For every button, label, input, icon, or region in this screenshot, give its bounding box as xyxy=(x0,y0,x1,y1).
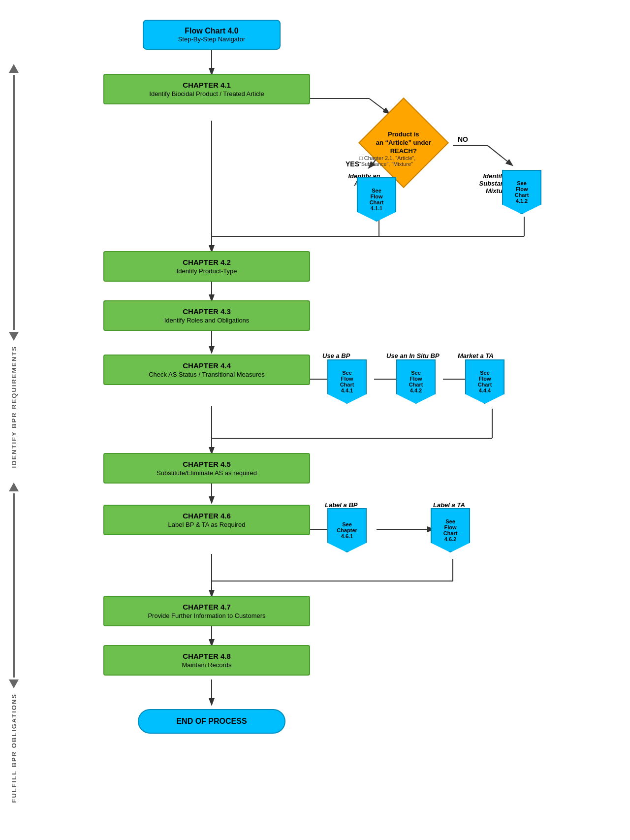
svg-line-5 xyxy=(487,145,512,165)
chapter-45-box: CHAPTER 4.5 Substitute/Eliminate AS as r… xyxy=(103,453,310,484)
flowchart-40-title: Flow Chart 4.0 xyxy=(154,27,270,35)
chapter-44-box: CHAPTER 4.4 Check AS Status / Transition… xyxy=(103,355,310,385)
ch43-title: CHAPTER 4.3 xyxy=(114,307,299,316)
identify-arrow-down xyxy=(9,332,19,341)
fulfill-label: FULFILL BPR OBLIGATIONS xyxy=(10,693,18,803)
shield-444: See Flow Chart 4.4.4 xyxy=(465,359,504,404)
ch41-title: CHAPTER 4.1 xyxy=(114,81,299,89)
identify-arrow-up xyxy=(9,64,19,73)
shield-462-container[interactable]: See Flow Chart 4.6.2 xyxy=(431,508,470,552)
shield-411-container[interactable]: See Flow Chart 4.1.1 xyxy=(357,177,396,222)
ch46-sub: Label BP & TA as Required xyxy=(114,521,299,528)
flowchart-40-sub: Step-By-Step Navigator xyxy=(154,35,270,43)
shield-461-container[interactable]: See Chapter 4.6.1 xyxy=(327,508,367,552)
ch43-sub: Identify Roles and Obligations xyxy=(114,317,299,324)
chapter-43-box: CHAPTER 4.3 Identify Roles and Obligatio… xyxy=(103,300,310,331)
fulfill-arrow-down xyxy=(9,679,19,688)
chapter-42-box: CHAPTER 4.2 Identify Product-Type xyxy=(103,251,310,282)
identify-arrow-line xyxy=(13,75,15,330)
shield-411: See Flow Chart 4.1.1 xyxy=(357,177,396,222)
shield-441: See Flow Chart 4.4.1 xyxy=(327,359,367,404)
flowchart-40-box: Flow Chart 4.0 Step-By-Step Navigator xyxy=(143,20,281,50)
fulfill-arrow-up xyxy=(9,483,19,491)
ch42-title: CHAPTER 4.2 xyxy=(114,258,299,266)
use-bp-label: Use a BP xyxy=(322,352,350,359)
ch44-title: CHAPTER 4.4 xyxy=(114,361,299,370)
end-of-process-box: END OF PROCESS xyxy=(138,709,285,734)
shield-462: See Flow Chart 4.6.2 xyxy=(431,508,470,552)
shield-444-container[interactable]: See Flow Chart 4.4.4 xyxy=(465,359,504,404)
chapter-47-box: CHAPTER 4.7 Provide Further Information … xyxy=(103,596,310,626)
ch46-title: CHAPTER 4.6 xyxy=(114,512,299,520)
main-container: IDENTIFY BPR REQUIREMENTS FULFILL BPR OB… xyxy=(0,0,630,840)
connectors-svg xyxy=(44,10,620,837)
reach-diamond-text: Product is an “Article” under REACH? xyxy=(376,130,431,156)
fulfill-arrow-line xyxy=(13,493,15,678)
ch42-sub: Identify Product-Type xyxy=(114,267,299,275)
shield-412: See Flow Chart 4.1.2 xyxy=(502,170,541,214)
identify-label: IDENTIFY BPR REQUIREMENTS xyxy=(10,346,18,468)
chapter-note: □ Chapter 2.1, “Article”, “Substance”, “… xyxy=(359,155,458,167)
ch44-sub: Check AS Status / Transitional Measures xyxy=(114,371,299,378)
market-ta-label: Market a TA xyxy=(458,352,494,359)
shield-442-container[interactable]: See Flow Chart 4.4.2 xyxy=(396,359,436,404)
ch47-sub: Provide Further Information to Customers xyxy=(114,612,299,619)
label-bp-label: Label a BP xyxy=(325,501,357,509)
chapter-46-box: CHAPTER 4.6 Label BP & TA as Required xyxy=(103,505,310,535)
shield-461: See Chapter 4.6.1 xyxy=(327,508,367,552)
ch47-title: CHAPTER 4.7 xyxy=(114,603,299,611)
end-label: END OF PROCESS xyxy=(176,717,247,725)
use-insitu-label: Use an In Situ BP xyxy=(386,352,440,359)
chapter-48-box: CHAPTER 4.8 Maintain Records xyxy=(103,645,310,676)
ch48-sub: Maintain Records xyxy=(114,661,299,669)
shield-412-container[interactable]: See Flow Chart 4.1.2 xyxy=(502,170,541,214)
reach-diamond-container: Product is an “Article” under REACH? xyxy=(364,103,443,182)
shield-442: See Flow Chart 4.4.2 xyxy=(396,359,436,404)
identify-bpr-side: IDENTIFY BPR REQUIREMENTS xyxy=(4,64,24,468)
shield-441-container[interactable]: See Flow Chart 4.4.1 xyxy=(327,359,367,404)
ch45-title: CHAPTER 4.5 xyxy=(114,460,299,468)
ch41-sub: Identify Biocidal Product / Treated Arti… xyxy=(114,90,299,97)
no-label: NO xyxy=(458,135,468,143)
flowchart: Flow Chart 4.0 Step-By-Step Navigator CH… xyxy=(44,10,620,837)
fulfill-bpr-side: FULFILL BPR OBLIGATIONS xyxy=(4,483,24,803)
ch48-title: CHAPTER 4.8 xyxy=(114,652,299,660)
yes-label: YES xyxy=(346,160,359,168)
ch45-sub: Substitute/Eliminate AS as required xyxy=(114,469,299,477)
chapter-41-box: CHAPTER 4.1 Identify Biocidal Product / … xyxy=(103,74,310,104)
label-ta-label: Label a TA xyxy=(433,501,465,509)
